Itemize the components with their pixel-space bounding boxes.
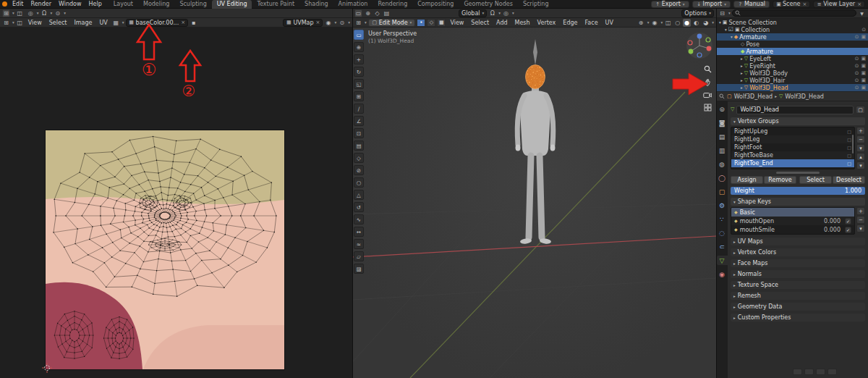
tab-scripting[interactable]: Scripting	[518, 0, 554, 9]
tool-transform[interactable]: ⊞	[354, 91, 364, 101]
tab-layout[interactable]: Layout	[109, 0, 138, 9]
outliner-row-eyeright[interactable]: ▸ ▽ EyeRight ⊙▣	[716, 62, 868, 70]
menu-window[interactable]: Window	[55, 1, 85, 7]
remove-button[interactable]: Remove	[764, 176, 796, 184]
export-button[interactable]: ↑Export▾	[651, 1, 689, 8]
tool-shrink-fatten[interactable]: ≈	[354, 239, 364, 249]
uv-sticky-select-icon[interactable]: ◫	[16, 9, 24, 17]
uv-display-sphere-icon[interactable]: ◉	[324, 19, 332, 27]
image-pin-icon[interactable]: ▪	[190, 19, 197, 27]
orthographic-toggle-icon[interactable]	[704, 104, 712, 112]
show-overlays-icon[interactable]: ◉	[650, 19, 658, 27]
hide-viewport-icon[interactable]: ⊙	[861, 28, 866, 33]
tool-inset-faces[interactable]: ▤	[354, 140, 364, 151]
list-resize-grip[interactable]	[776, 172, 820, 174]
tool-loop-cut[interactable]: ⊘	[354, 165, 364, 175]
shading-rendered-icon[interactable]: ◕	[702, 19, 710, 27]
uvmap-unlink-icon[interactable]: ×	[316, 20, 320, 25]
shading-material-icon[interactable]: ◐	[692, 19, 700, 27]
vertex-group-row[interactable]: RightLeg□	[731, 135, 854, 143]
vp-tool-option-icon-1[interactable]: ⊕	[364, 9, 372, 17]
normals-panel-header[interactable]: ▸Normals	[731, 270, 865, 278]
gizmo-z-axis[interactable]	[697, 34, 702, 39]
disable-render-icon[interactable]: ▣	[861, 78, 866, 83]
props-tab-particles-icon[interactable]: ∵	[717, 214, 728, 224]
shape-key-checkbox[interactable]: ✓	[845, 227, 851, 233]
outliner-row-pose[interactable]: ◇ Pose	[716, 41, 868, 48]
gizmo-x-axis[interactable]	[707, 46, 712, 51]
tool-rotate[interactable]: ↻	[354, 67, 364, 77]
vp-menu-face[interactable]: Face	[582, 20, 600, 26]
assign-button[interactable]: Assign	[731, 176, 763, 184]
face-select-mode-button[interactable]: ■	[437, 19, 446, 27]
tool-edge-slide[interactable]: ↔	[354, 227, 364, 237]
hide-viewport-icon[interactable]: ⊙	[855, 78, 859, 83]
props-tab-modifiers-icon[interactable]: ⚙	[717, 201, 728, 210]
uv-menu-select[interactable]: Select	[46, 20, 70, 26]
props-tab-constraints-icon[interactable]: ⊂	[717, 242, 728, 251]
disclosure-icon[interactable]: ▸	[741, 71, 743, 75]
tool-bevel[interactable]: ◇	[354, 153, 364, 163]
face-maps-panel-header[interactable]: ▸Face Maps	[731, 259, 865, 267]
tool-move[interactable]: +	[354, 54, 364, 64]
shape-key-value[interactable]: 0.000	[824, 227, 841, 233]
group-lock-icon[interactable]: □	[847, 129, 851, 134]
tool-shear[interactable]: ▱	[354, 251, 364, 261]
texture-space-panel-header[interactable]: ▸Texture Space	[731, 281, 865, 289]
outliner-row-armature-object[interactable]: ▾ ◆ Armature ⊙▣	[716, 33, 868, 41]
zoom-icon[interactable]	[704, 65, 712, 73]
vp-tool-option-icon-3[interactable]: ▤	[383, 9, 391, 17]
uv-menu-uv[interactable]: UV	[97, 20, 111, 26]
pan-hand-icon[interactable]	[704, 78, 712, 86]
props-tab-object-data-icon[interactable]: ▽	[717, 256, 728, 265]
outliner-row-collection[interactable]: ▾ ☑ ▣ Collection ⊙	[716, 26, 868, 33]
shading-wireframe-icon[interactable]: ○	[673, 19, 681, 27]
outliner-row-wolf3d-hair[interactable]: ▸ ▽ Wolf3D_Hair ⊙▣	[716, 77, 868, 84]
group-lock-icon[interactable]: □	[847, 145, 851, 150]
uv-2d-cursor[interactable]	[41, 362, 53, 374]
tab-geometry-nodes[interactable]: Geometry Nodes	[459, 0, 517, 9]
editor-split-handle[interactable]	[716, 9, 717, 378]
view-layer-unlink-icon[interactable]: ×	[857, 1, 861, 7]
disable-render-icon[interactable]: ▣	[861, 85, 866, 91]
checkbox-icon[interactable]: ☑	[728, 27, 733, 33]
tab-modeling[interactable]: Modeling	[138, 0, 174, 9]
weight-slider[interactable]: Weight 1.000	[731, 187, 865, 195]
props-tab-physics-icon[interactable]: ◌	[717, 228, 728, 238]
hide-viewport-icon[interactable]: ⊙	[855, 64, 859, 69]
mesh-name-field[interactable]: Wolf3D_Head	[736, 106, 854, 114]
vp-menu-mesh[interactable]: Mesh	[512, 20, 533, 26]
camera-view-icon[interactable]	[703, 91, 712, 98]
xray-toggle-icon[interactable]: ◫	[664, 19, 672, 27]
props-tab-object-icon[interactable]: ▢	[717, 187, 728, 196]
character-mesh[interactable]	[516, 39, 556, 245]
props-tab-view-layer-icon[interactable]: ▥	[717, 146, 728, 155]
uv-menu-image[interactable]: Image	[71, 20, 95, 26]
fake-user-button[interactable]: ▢	[856, 106, 865, 114]
mode-select[interactable]: ▢Edit Mode▾	[368, 19, 416, 27]
tab-uv-editing[interactable]: UV Editing	[212, 0, 252, 9]
shape-key-value[interactable]: 0.000	[824, 218, 841, 224]
outliner-row-wolf3d-body[interactable]: ▸ ▽ Wolf3D_Body ⊙▣	[716, 70, 868, 77]
gizmo-y-axis[interactable]	[689, 49, 694, 54]
vertex-group-row-active[interactable]: RightToe_End□	[731, 159, 854, 167]
outliner-editor-icon[interactable]: ⊟	[718, 9, 726, 17]
uv-editor-canvas[interactable]	[0, 28, 352, 378]
outliner-row-eyeleft[interactable]: ▸ ▽ EyeLeft ⊙▣	[716, 55, 868, 62]
breadcrumb-object[interactable]: Wolf3D_Head	[734, 93, 773, 100]
props-tab-material-icon[interactable]: ◉	[717, 269, 728, 279]
tool-poly-build[interactable]: △	[354, 190, 364, 200]
image-datablock-field[interactable]: ▦ baseColor.00... ×	[126, 19, 188, 27]
scene-selector[interactable]: ▣Scene×	[773, 1, 810, 8]
disclosure-icon[interactable]: ▾	[731, 35, 733, 39]
props-tab-render-icon[interactable]: ◙	[717, 118, 728, 127]
tool-cursor[interactable]: ⊕	[354, 42, 364, 52]
move-group-down-button[interactable]: ▾	[856, 161, 865, 169]
options-button[interactable]: Options▾	[681, 9, 714, 17]
remove-vertex-group-button[interactable]: −	[856, 135, 865, 143]
disable-render-icon[interactable]: ▣	[861, 64, 866, 69]
disclosure-icon[interactable]: ▸	[741, 78, 743, 83]
vertex-group-row[interactable]: RightUpLeg□	[731, 127, 854, 135]
vp-menu-add[interactable]: Add	[493, 20, 511, 26]
uv-editor-type-icon[interactable]: ⊞	[2, 19, 10, 27]
